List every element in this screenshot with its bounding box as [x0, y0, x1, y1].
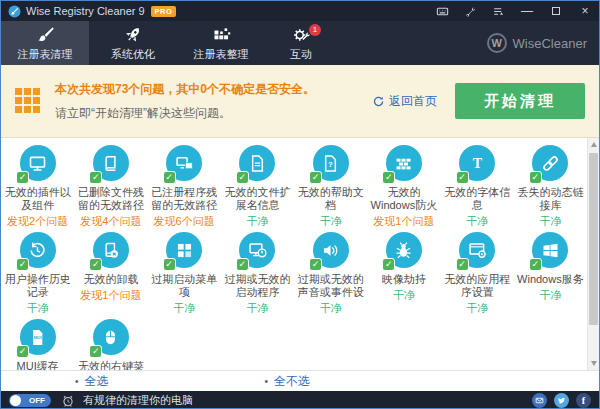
checked-checkbox-icon[interactable]: ✓	[309, 258, 322, 271]
scan-category-item[interactable]: ✓ 无效的右键菜单项	[74, 317, 147, 370]
scan-category-item[interactable]: ✓ 无效的Windows防火 发现1个问题	[367, 143, 440, 230]
facebook-icon[interactable]: f	[576, 393, 591, 408]
scan-category-item[interactable]: ✓ 无效的插件以及组件 发现2个问题	[1, 143, 74, 230]
toggle-knob-icon	[10, 395, 21, 406]
scan-category-item[interactable]: MUI ✓ MUI缓存 发现59个问题	[1, 317, 74, 370]
bug-icon: ✓	[385, 232, 422, 269]
checked-checkbox-icon[interactable]: ✓	[382, 171, 395, 184]
menu-icon[interactable]	[492, 5, 505, 18]
checked-checkbox-icon[interactable]: ✓	[16, 258, 29, 271]
tab-system-tuneup[interactable]: 系统优化	[89, 21, 177, 65]
category-status: 干净	[539, 288, 561, 303]
scroll-up-arrow[interactable]	[591, 142, 597, 147]
checked-checkbox-icon[interactable]: ✓	[163, 171, 176, 184]
window-title: Wise Registry Cleaner 9	[26, 5, 145, 17]
maximize-button[interactable]	[549, 5, 563, 18]
document-icon: ✓	[239, 145, 276, 182]
category-status: 干净	[27, 301, 49, 316]
scan-category-item[interactable]: ✓ 过期或无效的启动程序 干净	[221, 230, 294, 317]
checked-checkbox-icon[interactable]: ✓	[163, 258, 176, 271]
category-status: 发现1个问题	[373, 214, 434, 229]
bullet-icon: •	[265, 376, 269, 387]
checked-checkbox-icon[interactable]: ✓	[236, 258, 249, 271]
checked-checkbox-icon[interactable]: ✓	[456, 171, 469, 184]
select-all-link[interactable]: •全选	[75, 373, 109, 390]
feedback-icon[interactable]	[436, 5, 449, 18]
firewall-icon: ✓	[385, 145, 422, 182]
scan-category-item[interactable]: ✓ 过期或无效的声音或事件设 干净	[294, 230, 367, 317]
close-button[interactable]: ×	[578, 5, 592, 18]
scan-category-item[interactable]: ✓ 过期启动菜单项 干净	[148, 230, 221, 317]
brush-icon	[35, 24, 56, 45]
svg-text:T: T	[472, 156, 482, 171]
scroll-down-arrow[interactable]	[591, 361, 597, 366]
notification-count-badge: 1	[309, 24, 321, 36]
checked-checkbox-icon[interactable]: ✓	[529, 171, 542, 184]
category-status: 干净	[539, 214, 561, 229]
settings-wrench-icon[interactable]	[464, 5, 477, 18]
checked-checkbox-icon[interactable]: ✓	[16, 345, 29, 358]
scan-category-item[interactable]: ✓ 无效的卸载 发现1个问题	[74, 230, 147, 317]
windows-icon: ✓	[532, 232, 569, 269]
schedule-toggle[interactable]: OFF	[9, 394, 51, 407]
category-label: 过期启动菜单项	[151, 273, 218, 299]
category-status: 干净	[466, 301, 488, 316]
tab-interact[interactable]: 互动 1	[265, 21, 337, 65]
scan-category-item[interactable]: ✓ 丢失的动态链接库 干净	[514, 143, 587, 230]
screens-icon: ✓	[166, 145, 203, 182]
monitor-icon: ✓	[19, 145, 56, 182]
checked-checkbox-icon[interactable]: ✓	[529, 258, 542, 271]
minimize-button[interactable]: —	[520, 5, 534, 18]
category-status: 干净	[320, 301, 342, 316]
scan-category-item[interactable]: ? ✓ 无效的帮助文档 干净	[294, 143, 367, 230]
app-window: Wise Registry Cleaner 9 PRO — × 注册表清理 系统…	[0, 0, 600, 409]
twitter-icon[interactable]	[554, 393, 569, 408]
scan-category-item[interactable]: ✓ 无效的文件扩展名信息 干净	[221, 143, 294, 230]
selection-bar: •全选 •全不选	[1, 370, 599, 391]
tab-registry-defrag[interactable]: 注册表整理	[177, 21, 265, 65]
scan-items-area: ✓ 无效的插件以及组件 发现2个问题 ✓ 已删除文件残留的无效路径 发现4个问题…	[1, 138, 599, 370]
scan-category-item[interactable]: ✓ 映像劫持 干净	[367, 230, 440, 317]
issue-grid: ✓ 无效的插件以及组件 发现2个问题 ✓ 已删除文件残留的无效路径 发现4个问题…	[1, 138, 587, 370]
scrollbar[interactable]	[587, 138, 599, 370]
scan-category-item[interactable]: ✓ 用户操作历史记录 干净	[1, 230, 74, 317]
brand-circle-icon: W	[487, 33, 507, 53]
scan-category-item[interactable]: ✓ 无效的应用程序设置 干净	[441, 230, 514, 317]
category-label: 用户操作历史记录	[4, 273, 71, 299]
refresh-icon	[372, 95, 385, 108]
brand-name: WiseCleaner	[513, 36, 587, 51]
brand-logo: W WiseCleaner	[487, 21, 599, 65]
category-label: 无效的帮助文档	[297, 186, 364, 212]
scan-category-item[interactable]: ✓ 已删除文件残留的无效路径 发现4个问题	[74, 143, 147, 230]
start-clean-button[interactable]: 开始清理	[455, 83, 585, 119]
mui-icon: MUI ✓	[19, 319, 56, 356]
category-label: Windows服务	[517, 273, 584, 286]
bullet-icon: •	[75, 376, 79, 387]
rocket-icon	[123, 24, 144, 45]
checked-checkbox-icon[interactable]: ✓	[236, 171, 249, 184]
scan-category-item[interactable]: T ✓ 无效的字体信息 干净	[441, 143, 514, 230]
checked-checkbox-icon[interactable]: ✓	[309, 171, 322, 184]
checked-checkbox-icon[interactable]: ✓	[89, 171, 102, 184]
back-home-link[interactable]: 返回首页	[372, 93, 437, 110]
history-icon: ✓	[19, 232, 56, 269]
alarm-clock-icon	[61, 394, 75, 408]
category-status: 干净	[320, 214, 342, 229]
grid-result-icon	[15, 88, 41, 114]
checked-checkbox-icon[interactable]: ✓	[89, 258, 102, 271]
checked-checkbox-icon[interactable]: ✓	[456, 258, 469, 271]
select-none-link[interactable]: •全不选	[265, 373, 311, 390]
checked-checkbox-icon[interactable]: ✓	[382, 258, 395, 271]
category-label: 无效的文件扩展名信息	[224, 186, 291, 212]
tab-label: 系统优化	[111, 47, 155, 62]
scrollbar-thumb[interactable]	[589, 153, 598, 325]
category-status: 发现1个问题	[80, 288, 141, 303]
email-icon[interactable]	[532, 393, 547, 408]
checked-checkbox-icon[interactable]: ✓	[16, 171, 29, 184]
tab-registry-cleaner[interactable]: 注册表清理	[1, 21, 89, 65]
uninstall-icon: ✓	[92, 232, 129, 269]
scan-category-item[interactable]: ✓ 已注册程序残留的无效路径 发现6个问题	[148, 143, 221, 230]
scan-category-item[interactable]: ✓ Windows服务 干净	[514, 230, 587, 317]
checked-checkbox-icon[interactable]: ✓	[89, 345, 102, 358]
font-icon: T ✓	[459, 145, 496, 182]
